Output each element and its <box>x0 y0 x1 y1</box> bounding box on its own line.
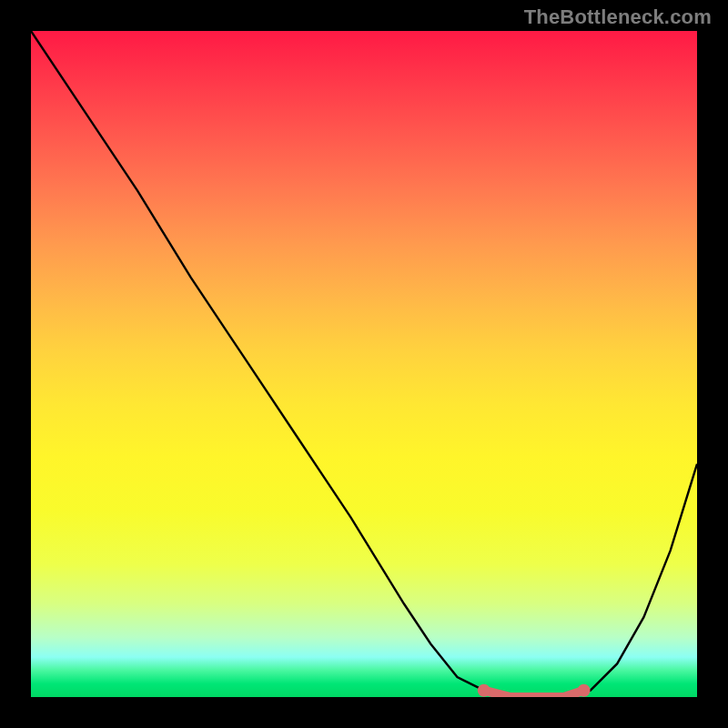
chart-svg <box>31 31 697 697</box>
bottleneck-curve <box>31 31 697 697</box>
sweet-spot-endpoint-right <box>578 684 591 697</box>
watermark-text: TheBottleneck.com <box>524 5 712 29</box>
sweet-spot-endpoint-left <box>478 684 490 697</box>
sweet-spot-band <box>478 684 591 697</box>
chart-frame: TheBottleneck.com <box>0 0 728 728</box>
sweet-spot-line <box>484 691 584 697</box>
chart-plot-area <box>31 31 697 697</box>
curve-line <box>31 31 697 697</box>
